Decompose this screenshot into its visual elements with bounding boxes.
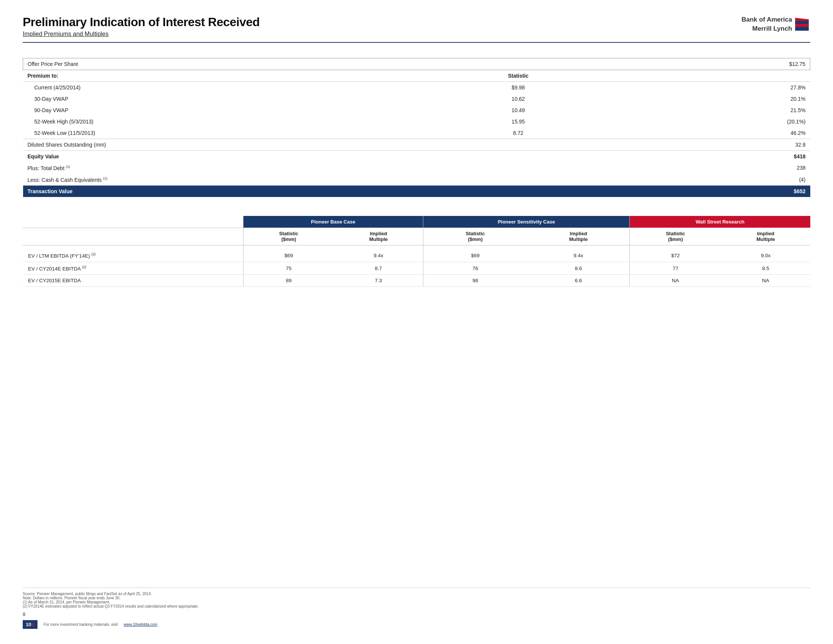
footer-bottom: 10 X For more investment banking materia… bbox=[23, 620, 810, 629]
premium-row-pct: 21.5% bbox=[616, 105, 810, 116]
multiples-row-0: EV / LTM EBITDA (FY'14E) (2) $69 9.4x $6… bbox=[23, 245, 810, 262]
premium-row-3: 52-Week High (5/3/2013) 15.95 (20.1%) bbox=[23, 116, 810, 127]
ps-mult-subheader: ImpliedMultiple bbox=[527, 228, 630, 245]
cash-value: (4) bbox=[616, 174, 810, 186]
svg-marker-1 bbox=[795, 18, 809, 21]
multiples-section: Pioneer Base Case Pioneer Sensitivity Ca… bbox=[23, 216, 810, 287]
offer-price-row: Offer Price Per Share $12.75 bbox=[23, 58, 810, 70]
footer-text: For more investment banking materials, v… bbox=[43, 622, 118, 626]
offer-label: Offer Price Per Share bbox=[23, 58, 421, 70]
footer-link[interactable]: www.10xebitda.com bbox=[124, 622, 158, 626]
transaction-row: Transaction Value $652 bbox=[23, 186, 810, 197]
pb-stat-subheader: Statistic($mm) bbox=[243, 228, 334, 245]
pioneer-base-header: Pioneer Base Case bbox=[243, 216, 423, 228]
premium-row-pct: 46.2% bbox=[616, 127, 810, 139]
cash-label: Less: Cash & Cash Equivalents (1) bbox=[23, 174, 421, 186]
premium-row-pct: (20.1%) bbox=[616, 116, 810, 127]
offer-empty bbox=[421, 58, 616, 70]
premium-row-stat: $9.98 bbox=[421, 82, 616, 93]
row0-pb-mult: 9.4x bbox=[334, 245, 423, 262]
premium-header-row: Premium to: Statistic bbox=[23, 70, 810, 82]
equity-row: Equity Value $418 bbox=[23, 151, 810, 163]
row1-label: EV / CY2014E EBITDA (2) bbox=[23, 262, 243, 275]
row2-pb-mult: 7.3 bbox=[334, 275, 423, 287]
premium-row-label: 52-Week High (5/3/2013) bbox=[23, 116, 421, 127]
footer-logo-text: 10 bbox=[26, 621, 31, 627]
premium-row-pct: 27.8% bbox=[616, 82, 810, 93]
transaction-value: $652 bbox=[616, 186, 810, 197]
premiums-table: Offer Price Per Share $12.75 Premium to:… bbox=[23, 58, 810, 197]
debt-value: 238 bbox=[616, 162, 810, 174]
row1-ws-stat: 77 bbox=[630, 262, 721, 275]
row0-pb-stat: $69 bbox=[243, 245, 334, 262]
footer-notes: Source: Pioneer Management, public filin… bbox=[23, 592, 810, 609]
premium-row-0: Current (4/25/2014) $9.98 27.8% bbox=[23, 82, 810, 93]
page-subtitle: Implied Premiums and Multiples bbox=[23, 31, 260, 37]
premium-row-label: Current (4/25/2014) bbox=[23, 82, 421, 93]
merrill-lynch-logo: Bank of America Merrill Lynch bbox=[741, 15, 810, 33]
debt-row: Plus: Total Debt (1) 238 bbox=[23, 162, 810, 174]
footer-logo-x: X bbox=[31, 621, 34, 627]
row2-ws-mult: NA bbox=[721, 275, 810, 287]
diluted-value: 32.8 bbox=[616, 139, 810, 151]
title-block: Preliminary Indication of Interest Recei… bbox=[23, 15, 260, 37]
offer-value: $12.75 bbox=[616, 58, 810, 70]
svg-marker-3 bbox=[795, 24, 809, 27]
pb-mult-subheader: ImpliedMultiple bbox=[334, 228, 423, 245]
row1-ps-stat: 76 bbox=[423, 262, 527, 275]
footer-note3: (2) FY2014E estimates adjusted to reflec… bbox=[23, 604, 810, 609]
row2-label: EV / CY2015E EBITDA bbox=[23, 275, 243, 287]
group-header-row: Pioneer Base Case Pioneer Sensitivity Ca… bbox=[23, 216, 810, 228]
row2-ps-mult: 6.6 bbox=[527, 275, 630, 287]
logo-block: Bank of America Merrill Lynch bbox=[741, 15, 810, 33]
ml-flag-icon bbox=[794, 18, 810, 31]
ws-stat-subheader: Statistic($mm) bbox=[630, 228, 721, 245]
premium-row-stat: 15.95 bbox=[421, 116, 616, 127]
multiples-row-2: EV / CY2015E EBITDA 89 7.3 98 6.6 NA NA bbox=[23, 275, 810, 287]
premium-label: Premium to: bbox=[23, 70, 421, 82]
equity-label: Equity Value bbox=[23, 151, 421, 163]
footer-source: Source: Pioneer Management, public filin… bbox=[23, 592, 810, 596]
row0-ps-stat: $69 bbox=[423, 245, 527, 262]
premium-row-2: 90-Day VWAP 10.49 21.5% bbox=[23, 105, 810, 116]
premium-row-stat: 10.49 bbox=[421, 105, 616, 116]
debt-label: Plus: Total Debt (1) bbox=[23, 162, 421, 174]
sub-header-row: Statistic($mm) ImpliedMultiple Statistic… bbox=[23, 228, 810, 245]
premium-row-pct: 20.1% bbox=[616, 93, 810, 105]
page-title: Preliminary Indication of Interest Recei… bbox=[23, 15, 260, 29]
footer-note2: (1) As of March 31, 2014, per Pioneer Ma… bbox=[23, 600, 810, 604]
equity-value: $418 bbox=[616, 151, 810, 163]
premium-row-stat: 10.62 bbox=[421, 93, 616, 105]
diluted-label: Diluted Shares Outstanding (mm) bbox=[23, 139, 421, 151]
page-number: 8 bbox=[23, 612, 810, 617]
row1-pb-mult: 8.7 bbox=[334, 262, 423, 275]
premium-row-1: 30-Day VWAP 10.62 20.1% bbox=[23, 93, 810, 105]
logo-text: Bank of America Merrill Lynch bbox=[741, 15, 792, 33]
row2-ps-stat: 98 bbox=[423, 275, 527, 287]
stat-header: Statistic bbox=[421, 70, 616, 82]
pioneer-sensitivity-header: Pioneer Sensitivity Case bbox=[423, 216, 630, 228]
svg-marker-2 bbox=[795, 21, 809, 24]
footer: Source: Pioneer Management, public filin… bbox=[23, 588, 810, 629]
ps-stat-subheader: Statistic($mm) bbox=[423, 228, 527, 245]
diluted-row: Diluted Shares Outstanding (mm) 32.8 bbox=[23, 139, 810, 151]
multiples-table: Pioneer Base Case Pioneer Sensitivity Ca… bbox=[23, 216, 810, 287]
row0-ws-mult: 9.0x bbox=[721, 245, 810, 262]
row1-ps-mult: 8.6 bbox=[527, 262, 630, 275]
premium-row-label: 52-Week Low (11/5/2013) bbox=[23, 127, 421, 139]
cash-row: Less: Cash & Cash Equivalents (1) (4) bbox=[23, 174, 810, 186]
transaction-label: Transaction Value bbox=[23, 186, 421, 197]
row1-ws-mult: 8.5 bbox=[721, 262, 810, 275]
premium-row-stat: 8.72 bbox=[421, 127, 616, 139]
premium-row-4: 52-Week Low (11/5/2013) 8.72 46.2% bbox=[23, 127, 810, 139]
empty-header bbox=[23, 216, 243, 228]
premium-row-label: 90-Day VWAP bbox=[23, 105, 421, 116]
wall-street-header: Wall Street Research bbox=[630, 216, 810, 228]
row0-ps-mult: 9.4x bbox=[527, 245, 630, 262]
footer-logo: 10 X bbox=[23, 620, 37, 629]
footer-note1: Note: Dollars in millions. Pioneer fisca… bbox=[23, 596, 810, 600]
ws-mult-subheader: ImpliedMultiple bbox=[721, 228, 810, 245]
row0-ws-stat: $72 bbox=[630, 245, 721, 262]
row2-ws-stat: NA bbox=[630, 275, 721, 287]
row2-pb-stat: 89 bbox=[243, 275, 334, 287]
